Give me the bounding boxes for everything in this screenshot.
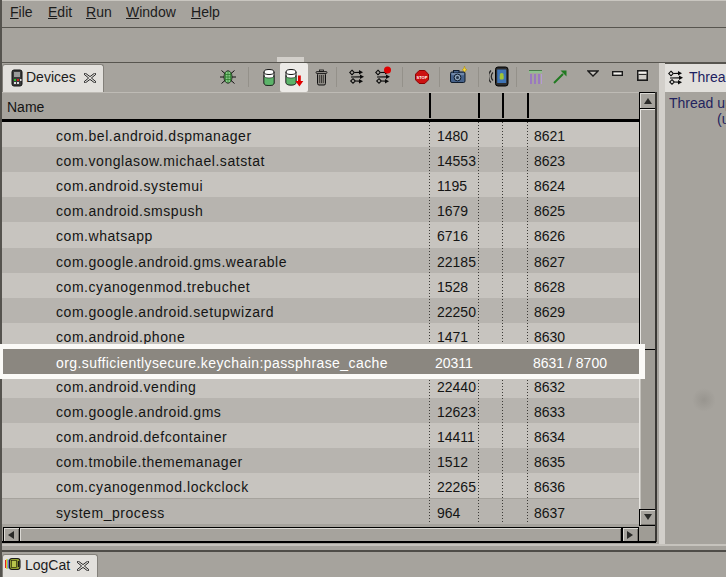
svg-text:STOP: STOP — [417, 75, 428, 80]
